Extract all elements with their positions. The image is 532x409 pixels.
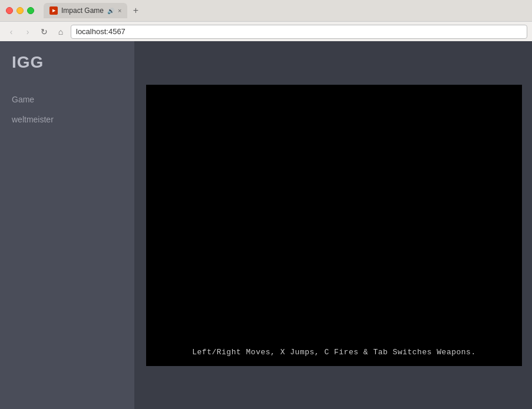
- home-button[interactable]: ⌂: [54, 25, 67, 38]
- tab-close-button[interactable]: ×: [118, 7, 121, 14]
- title-bar: Impact Game 🔊 × +: [0, 0, 532, 21]
- nav-bar: ‹ › ↻ ⌂ localhost:4567: [0, 21, 532, 41]
- url-text: localhost:4567: [76, 27, 125, 36]
- tab-title: Impact Game: [61, 6, 104, 15]
- game-canvas[interactable]: Left/Right Moves, X Jumps, C Fires & Tab…: [146, 85, 522, 366]
- game-instructions: Left/Right Moves, X Jumps, C Fires & Tab…: [146, 348, 522, 357]
- browser-tab[interactable]: Impact Game 🔊 ×: [44, 3, 127, 18]
- forward-button[interactable]: ›: [21, 25, 34, 38]
- main-layout: IGG Game weltmeister Left/Right Moves, X…: [0, 41, 532, 409]
- maximize-button[interactable]: [27, 7, 34, 14]
- tab-bar: Impact Game 🔊 × +: [39, 3, 526, 18]
- sidebar-item-weltmeister[interactable]: weltmeister: [0, 109, 134, 129]
- sidebar-link-weltmeister[interactable]: weltmeister: [12, 115, 54, 124]
- tab-favicon: [49, 6, 58, 15]
- sidebar-nav: Game weltmeister: [0, 89, 134, 129]
- sidebar-item-game[interactable]: Game: [0, 89, 134, 109]
- minimize-button[interactable]: [16, 7, 24, 14]
- browser-chrome: Impact Game 🔊 × + ‹ › ↻ ⌂ localhost:4567: [0, 0, 532, 41]
- window-controls: [6, 7, 34, 14]
- sidebar-link-game[interactable]: Game: [12, 95, 34, 104]
- back-button[interactable]: ‹: [5, 25, 18, 38]
- address-bar[interactable]: localhost:4567: [71, 25, 527, 39]
- new-tab-button[interactable]: +: [130, 5, 141, 16]
- close-button[interactable]: [6, 7, 13, 14]
- tab-audio-icon: 🔊: [107, 8, 114, 14]
- content-area: Left/Right Moves, X Jumps, C Fires & Tab…: [134, 41, 532, 409]
- sidebar: IGG Game weltmeister: [0, 41, 134, 409]
- refresh-button[interactable]: ↻: [38, 25, 51, 38]
- sidebar-logo: IGG: [0, 53, 134, 89]
